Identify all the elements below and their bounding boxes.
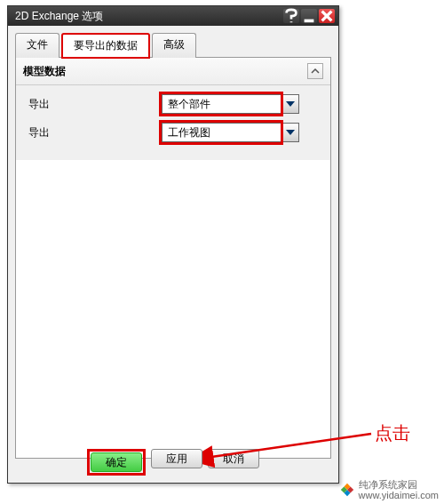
dropdown-value: 整个部件 xyxy=(162,94,281,114)
collapse-button[interactable] xyxy=(307,63,323,79)
export-part-dropdown[interactable]: 整个部件 xyxy=(162,94,299,114)
apply-button[interactable]: 应用 xyxy=(151,449,202,468)
section-body: 导出 整个部件 导出 工 xyxy=(16,85,330,160)
ok-highlight: 确定 xyxy=(87,449,146,476)
section-title: 模型数据 xyxy=(23,64,307,79)
minimize-button[interactable] xyxy=(301,9,317,23)
dropdown-arrow-button[interactable] xyxy=(281,94,299,114)
svg-rect-0 xyxy=(305,20,314,23)
tab-export-data[interactable]: 要导出的数据 xyxy=(61,33,150,59)
watermark-text: 纯净系统家园 www.yidaimei.com xyxy=(359,479,439,500)
tab-body: 模型数据 导出 整个部件 xyxy=(15,57,331,459)
dialog-window: 2D Exchange 选项 文件 要导出的数据 高级 模型数据 xyxy=(7,5,339,484)
export-view-dropdown[interactable]: 工作视图 xyxy=(162,123,299,142)
dropdown-arrow-button[interactable] xyxy=(281,123,299,142)
help-button[interactable] xyxy=(283,9,299,23)
dropdown-wrapper: 整个部件 xyxy=(162,94,299,114)
watermark: 纯净系统家园 www.yidaimei.com xyxy=(339,479,439,500)
tab-advanced[interactable]: 高级 xyxy=(152,33,196,58)
click-label: 点击 xyxy=(375,421,410,445)
titlebar[interactable]: 2D Exchange 选项 xyxy=(8,6,338,26)
ok-button[interactable]: 确定 xyxy=(91,452,142,472)
button-row: 确定 应用 取消 xyxy=(8,449,338,476)
row-label: 导出 xyxy=(28,125,162,140)
tab-strip: 文件 要导出的数据 高级 xyxy=(15,33,331,58)
form-row-export2: 导出 工作视图 xyxy=(28,123,318,142)
tab-file[interactable]: 文件 xyxy=(15,33,59,58)
dropdown-wrapper: 工作视图 xyxy=(162,123,299,142)
row-label: 导出 xyxy=(28,97,162,112)
client-area: 文件 要导出的数据 高级 模型数据 导出 整个部件 xyxy=(8,26,338,483)
watermark-icon xyxy=(339,482,355,498)
cancel-button[interactable]: 取消 xyxy=(208,449,259,468)
section-header[interactable]: 模型数据 xyxy=(16,58,330,85)
titlebar-buttons xyxy=(283,9,335,23)
dropdown-value: 工作视图 xyxy=(162,123,281,142)
window-title: 2D Exchange 选项 xyxy=(12,9,283,24)
form-row-export1: 导出 整个部件 xyxy=(28,94,318,114)
close-button[interactable] xyxy=(319,9,335,23)
